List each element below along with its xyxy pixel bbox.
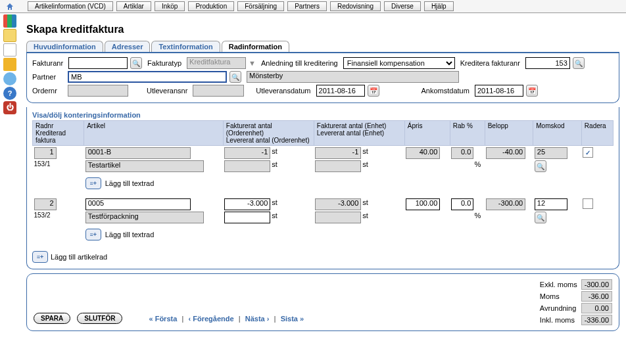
fakturanr-label: Fakturanr xyxy=(32,59,66,67)
add-text-button[interactable]: ≡+ xyxy=(85,229,101,240)
tab-3[interactable]: Radinformation xyxy=(222,41,289,52)
search-icon[interactable]: 🔍 xyxy=(573,57,585,69)
calendar-icon[interactable]: 📅 xyxy=(526,85,538,97)
exkl-label: Exkl. moms xyxy=(537,279,580,290)
avr-label: Avrundning xyxy=(537,303,580,313)
col-radera: Radera xyxy=(581,121,613,146)
fakturanr-input[interactable] xyxy=(68,57,128,69)
search-icon[interactable]: 🔍 xyxy=(229,71,241,83)
partner-name: Mönsterby xyxy=(247,71,459,83)
moms-value: -36.00 xyxy=(581,291,612,302)
utlevnr-label: Utleveransnr xyxy=(147,87,190,95)
tab-2[interactable]: Textinformation xyxy=(151,41,220,52)
partner-input[interactable] xyxy=(68,71,227,83)
utlevdatum-input[interactable] xyxy=(316,85,365,97)
menu-7[interactable]: Diverse xyxy=(384,1,421,11)
nav-prev[interactable]: ‹ Föregående xyxy=(188,315,233,323)
exkl-value: -300.00 xyxy=(581,279,612,290)
side-icon-power[interactable]: ⏻ xyxy=(3,101,16,114)
delete-checkbox[interactable] xyxy=(583,198,593,209)
moms-label: Moms xyxy=(537,291,580,302)
spara-button[interactable]: SPARA xyxy=(34,313,70,324)
fakturatyp-select: Kreditfaktura xyxy=(187,57,246,69)
search-icon[interactable]: 🔍 xyxy=(130,57,142,69)
avr-value: 0.00 xyxy=(581,303,612,313)
ordernr-input xyxy=(68,85,128,97)
search-icon[interactable]: 🔍 xyxy=(535,212,546,223)
toggle-kontering[interactable]: Visa/dölj konteringsinformation xyxy=(32,111,614,119)
tab-1[interactable]: Adresser xyxy=(105,41,151,52)
fakturatyp-label: Fakturatyp xyxy=(147,59,184,67)
home-icon[interactable] xyxy=(0,0,20,12)
calendar-icon[interactable]: 📅 xyxy=(368,85,379,97)
nav-next[interactable]: Nästa › xyxy=(245,315,270,323)
kreditera-label: Kreditera fakturanr xyxy=(460,59,523,67)
col-belopp: Belopp xyxy=(485,121,533,146)
kreditera-input[interactable] xyxy=(525,57,570,69)
col-artikel: Artikel xyxy=(84,121,224,146)
side-icon-chart[interactable] xyxy=(3,14,16,28)
side-icon-note[interactable] xyxy=(3,29,16,42)
side-icon-help[interactable]: ? xyxy=(3,87,16,100)
menu-2[interactable]: Inköp xyxy=(155,1,185,11)
side-icon-coin[interactable] xyxy=(3,72,16,85)
menu-0[interactable]: Artikelinformation (VCD) xyxy=(28,1,113,11)
menu-6[interactable]: Redovisning xyxy=(330,1,381,11)
side-icon-doc[interactable] xyxy=(3,43,16,57)
menu-8[interactable]: Hjälp xyxy=(424,1,454,11)
nav-first[interactable]: « Första xyxy=(149,315,177,323)
anledning-select[interactable]: Finansiell kompensation xyxy=(343,57,455,69)
tab-0[interactable]: Huvudinformation xyxy=(26,41,103,52)
add-line-button[interactable]: ≡+ xyxy=(32,251,48,263)
partner-label: Partner xyxy=(32,73,65,81)
col-fakt-order: Fakturerat antal (Orderenhet)Levererat a… xyxy=(223,121,314,146)
menu-1[interactable]: Artiklar xyxy=(116,1,151,11)
utlevdatum-label: Utleveransdatum xyxy=(256,87,313,95)
add-text-button[interactable]: ≡+ xyxy=(85,177,101,189)
inkl-value: -336.00 xyxy=(581,315,612,325)
col-apris: Ápris xyxy=(404,121,450,146)
page-title: Skapa kreditfaktura xyxy=(26,24,617,35)
ordernr-label: Ordernr xyxy=(32,87,65,95)
add-line-label: Lägg till artikelrad xyxy=(51,253,107,261)
utlevnr-input xyxy=(193,85,244,97)
menu-5[interactable]: Partners xyxy=(287,1,327,11)
ankomst-label: Ankomstdatum xyxy=(421,87,472,95)
side-icon-truck[interactable] xyxy=(3,58,16,71)
anledning-label: Anledning till kreditering xyxy=(261,59,341,67)
delete-checkbox[interactable] xyxy=(583,147,593,158)
slutfor-button[interactable]: SLUTFÖR xyxy=(77,313,122,324)
search-icon[interactable]: 🔍 xyxy=(535,160,546,172)
ankomst-input[interactable] xyxy=(475,85,523,97)
col-fakt-enhet: Fakturerat antal (Enhet)Levererat antal … xyxy=(314,121,404,146)
col-radnr: RadnrKrediterad faktura xyxy=(33,121,84,146)
inkl-label: Inkl. moms xyxy=(537,315,580,325)
menu-4[interactable]: Försäljning xyxy=(237,1,284,11)
col-rab: Rab % xyxy=(450,121,485,146)
col-momskod: Momskod xyxy=(533,121,582,146)
nav-last[interactable]: Sista » xyxy=(281,315,304,323)
menu-3[interactable]: Produktion xyxy=(188,1,234,11)
